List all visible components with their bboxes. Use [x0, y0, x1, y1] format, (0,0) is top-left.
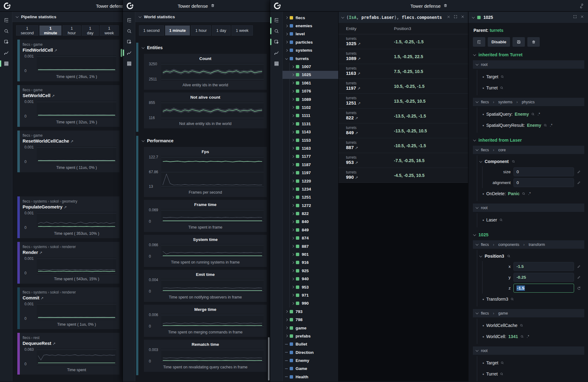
entity-id-link[interactable]: 953 ↗ [346, 160, 394, 165]
rail-tool-statistics[interactable] [123, 58, 135, 69]
tree-item-game[interactable]: game [283, 324, 338, 332]
rail-tool-inspector[interactable] [270, 36, 283, 47]
tree-item-flecs[interactable]: flecs [283, 14, 338, 22]
expand-arrow-icon[interactable] [292, 286, 294, 288]
tree-item-1061[interactable]: 1061 [283, 79, 338, 87]
tree-item-1025[interactable]: 1025 [283, 71, 338, 79]
expand-arrow-icon[interactable] [292, 229, 294, 231]
tree-item-1102[interactable]: 1102 [283, 103, 338, 111]
table-row[interactable]: turrets849 ↗-13.5, -0.25, 10.5 [339, 123, 468, 138]
table-row[interactable]: turrets1163 ↗7.5, -0.25, 10.5 [339, 64, 468, 79]
query-expression[interactable]: (IsA, prefabs.Laser), flecs.components [346, 15, 444, 20]
expand-arrow-icon[interactable] [292, 90, 294, 92]
table-row[interactable]: turrets1089 ↗1.5, -0.25, 22.5 [339, 49, 468, 64]
rail-tool-statistics[interactable] [0, 58, 12, 69]
tree-item-1163[interactable]: 1163 [283, 144, 338, 152]
expand-arrow-icon[interactable] [292, 98, 294, 101]
titlebar[interactable]: Tower defense [270, 0, 588, 12]
expand-arrow-icon[interactable] [292, 261, 294, 264]
section-header[interactable]: Entities [142, 45, 267, 50]
parent-value-link[interactable]: turrets [490, 28, 503, 33]
table-row[interactable]: turrets822 ↗-13.5, -0.25, -1.5 [339, 109, 468, 123]
world-statistics-header[interactable]: World statistics [135, 12, 270, 22]
tree-item-953[interactable]: 953 [283, 283, 338, 291]
entity-id-link[interactable]: 990 ↗ [346, 174, 394, 180]
expand-arrow-icon[interactable] [292, 163, 294, 166]
tree-item-849[interactable]: 849 [283, 226, 338, 234]
system-title-link[interactable]: Commit ↗ [23, 295, 116, 300]
expand-arrow-icon[interactable] [292, 212, 294, 215]
expand-arrow-icon[interactable] [292, 139, 294, 141]
search-icon[interactable] [520, 335, 524, 338]
collapse-arrow-icon[interactable] [285, 57, 288, 60]
tree-item-925[interactable]: 925 [283, 267, 338, 275]
link-icon[interactable] [579, 3, 584, 10]
time-button-1-week[interactable]: 1 week [100, 25, 119, 36]
expand-arrow-icon[interactable] [292, 155, 294, 158]
tree-item-Bullet[interactable]: Bullet [283, 340, 338, 348]
table-row[interactable]: turrets1251 ↗13.5, -0.25, 10.5 [339, 94, 468, 109]
component-scope-header[interactable]: flecs›game [473, 309, 584, 317]
tree-item-1177[interactable]: 1177 [283, 152, 338, 161]
expand-arrow-icon[interactable] [292, 106, 294, 109]
field-input-size[interactable]: 0 [513, 167, 574, 176]
tree-item-systems[interactable]: systems [283, 46, 338, 54]
tree-item-Health[interactable]: Health [283, 373, 338, 381]
tree-item-1143[interactable]: 1143 [283, 128, 338, 136]
tree-item-887[interactable]: 887 [283, 242, 338, 250]
search-icon[interactable] [520, 324, 523, 327]
search-icon[interactable] [543, 123, 547, 127]
expand-arrow-icon[interactable] [292, 253, 294, 255]
expand-arrow-icon[interactable] [292, 74, 294, 76]
table-row[interactable]: turrets990 ↗-4.5, -0.25, 10.5 [339, 168, 468, 183]
system-title-link[interactable]: FindWorldCell ↗ [23, 48, 116, 53]
system-title-link[interactable]: SetWorldCell ↗ [23, 93, 116, 98]
rail-tool-inspector[interactable] [0, 36, 12, 47]
entity-cell[interactable]: turrets822 ↗ [346, 111, 394, 121]
table-row[interactable]: turrets953 ↗-7.5, -0.25, 16.5 [339, 153, 468, 168]
rail-tool-entity-tree[interactable] [123, 15, 135, 26]
search-icon[interactable] [512, 160, 515, 163]
component-scope-header[interactable]: root [473, 346, 584, 355]
expand-arrow-icon[interactable] [292, 180, 294, 182]
expand-arrow-icon[interactable] [292, 131, 294, 133]
rail-tool-inspector[interactable] [123, 36, 135, 47]
tree-item-1272[interactable]: 1272 [283, 201, 338, 209]
expand-arrow-icon[interactable] [292, 269, 294, 272]
rail-tool-charts[interactable] [270, 47, 283, 58]
section-header[interactable]: Performance [142, 138, 267, 143]
tree-item-Enemy[interactable]: Enemy [283, 356, 338, 364]
entity-id-link[interactable]: 1197 ↗ [346, 85, 394, 91]
system-title-link[interactable]: ResetWorldCellCache ↗ [23, 139, 116, 144]
component-expand-Component[interactable]: Component [477, 157, 584, 166]
expand-arrow-icon[interactable] [285, 318, 288, 321]
tree-item-971[interactable]: 971 [283, 291, 338, 299]
trash-icon[interactable] [443, 3, 448, 9]
table-row[interactable]: turrets1197 ↗10.5, -0.25, -1.5 [339, 79, 468, 94]
expand-arrow-icon[interactable] [292, 114, 294, 117]
component-value-link[interactable]: 1341 [508, 334, 518, 339]
table-row[interactable]: turrets1025 ↗-1.5, -0.25, -1.5 [339, 34, 468, 49]
edit-pencil-icon[interactable] [577, 264, 581, 268]
rail-tool-entity-tree[interactable] [0, 15, 12, 26]
entity-cell[interactable]: turrets1197 ↗ [346, 81, 394, 91]
inherit-group-title[interactable]: inherited from Turret [473, 52, 584, 57]
entity-cell[interactable]: turrets887 ↗ [346, 140, 394, 151]
scrollbar-thumb[interactable] [268, 337, 270, 380]
field-input-y[interactable]: -0.25 [513, 273, 574, 282]
expand-arrow-icon[interactable] [292, 221, 294, 223]
table-row[interactable]: turrets887 ↗-10.5, -0.25, -1.5 [339, 138, 468, 153]
tree-item-1197[interactable]: 1197 [283, 169, 338, 177]
entity-cell[interactable]: turrets1251 ↗ [346, 96, 394, 106]
rail-tool-search[interactable] [270, 26, 283, 36]
time-button-1-hour[interactable]: 1 hour [63, 25, 81, 36]
entity-id-link[interactable]: 822 ↗ [346, 115, 394, 121]
component-value-link[interactable]: Enemy [515, 112, 529, 117]
time-button-1-hour[interactable]: 1 hour [191, 25, 211, 36]
tree-item-940[interactable]: 940 [283, 275, 338, 283]
rail-tool-entity-tree[interactable] [270, 15, 283, 26]
time-button-1-second[interactable]: 1 second [16, 25, 38, 36]
expand-arrow-icon[interactable] [285, 41, 288, 43]
time-button-1-second[interactable]: 1 second [139, 25, 164, 36]
tree-item-enemies[interactable]: enemies [283, 22, 338, 30]
